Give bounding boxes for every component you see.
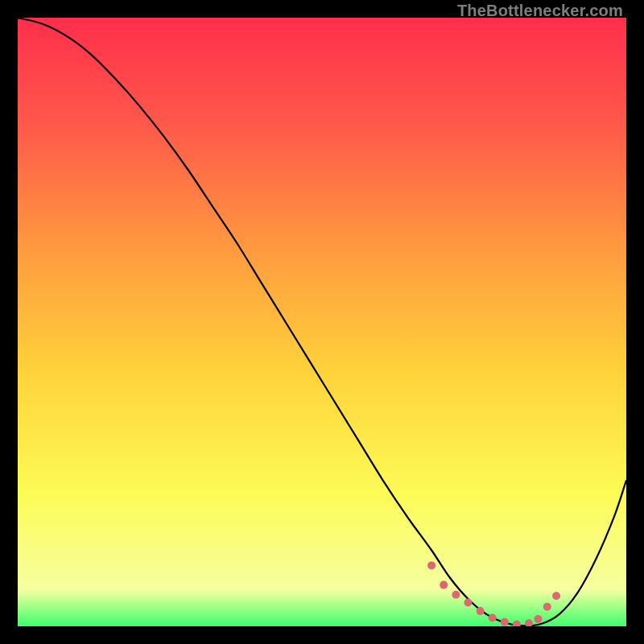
optimal-dot — [489, 613, 497, 621]
optimal-dot — [534, 615, 542, 623]
bottleneck-chart — [18, 18, 626, 626]
optimal-dot — [477, 607, 485, 615]
optimal-dot — [464, 599, 472, 607]
optimal-dot — [543, 603, 551, 611]
optimal-dot — [452, 591, 460, 599]
chart-frame: TheBottlenecker.com — [0, 0, 644, 644]
optimal-dot — [552, 592, 560, 600]
optimal-dot — [427, 561, 436, 569]
gradient-background — [18, 18, 626, 626]
optimal-dot — [501, 618, 509, 626]
optimal-dot — [440, 581, 448, 589]
